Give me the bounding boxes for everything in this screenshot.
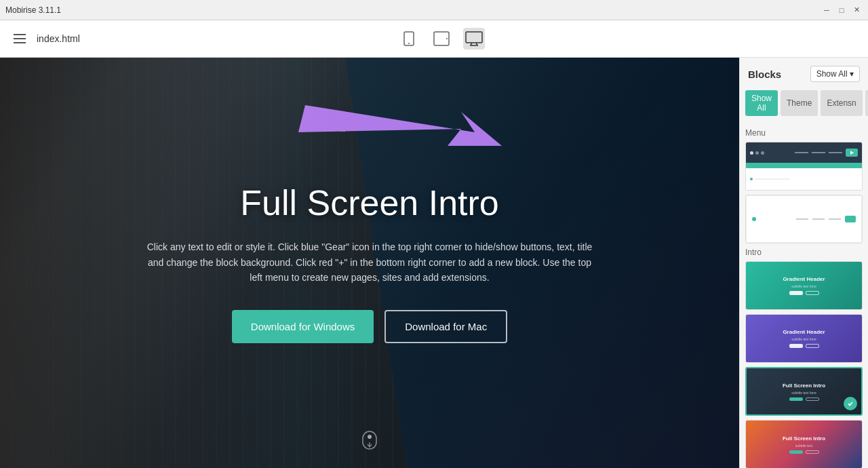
preview-title-gradient-purple: Gradient Header [783, 329, 825, 335]
sidebar-tabs: Show All Theme Extensn User [740, 87, 868, 121]
svg-point-11 [368, 435, 372, 439]
sidebar-header: Blocks Show All ▾ [740, 58, 868, 87]
phone-view-button[interactable] [398, 28, 420, 50]
preview-subtitle-gradient-teal: subtitle text here [791, 284, 816, 288]
menu-block-dark[interactable]: ▶ [745, 142, 863, 191]
tab-show-all[interactable]: Show All [745, 90, 778, 116]
intro-block-gradient-purple[interactable]: Gradient Header subtitle text here [745, 314, 863, 363]
intro-block-fullscreen-dark[interactable]: Full Screen Intro subtitle text here [745, 367, 863, 416]
hero-title[interactable]: Full Screen Intro [146, 182, 593, 223]
menu-dark-preview: ▶ [746, 142, 862, 190]
hamburger-menu-button[interactable] [11, 31, 28, 46]
title-bar-controls[interactable]: ─ □ ✕ [821, 4, 863, 16]
tab-extensn[interactable]: Extensn [821, 90, 862, 116]
title-bar: Mobirise 3.11.1 ─ □ ✕ [0, 0, 868, 20]
hero-description[interactable]: Click any text to edit or style it. Clic… [146, 239, 593, 285]
device-switcher [398, 28, 485, 50]
svg-rect-4 [466, 32, 482, 43]
close-button[interactable]: ✕ [850, 4, 863, 16]
section-label-menu: Menu [745, 128, 863, 138]
hero-buttons: Download for Windows Download for Mac [146, 310, 593, 343]
svg-point-3 [446, 38, 448, 39]
app-name: Mobirise 3.11.1 [5, 5, 61, 15]
tab-user[interactable]: User [865, 90, 868, 116]
menu-block-light[interactable] [745, 195, 863, 243]
section-label-intro: Intro [745, 248, 863, 257]
download-windows-button[interactable]: Download for Windows [232, 310, 374, 343]
gradient-teal-preview: Gradient Header subtitle text here [746, 262, 862, 309]
tablet-view-button[interactable] [431, 28, 452, 50]
preview-title-fullscreen-dark: Full Screen Intro [783, 383, 825, 389]
minimize-button[interactable]: ─ [821, 4, 833, 16]
preview-subtitle-fullscreen-sunset: subtitle text [795, 444, 812, 448]
intro-block-gradient-teal[interactable]: Gradient Header subtitle text here [745, 261, 863, 310]
toolbar: index.html [0, 20, 868, 58]
right-sidebar: Blocks Show All ▾ Show All Theme Extensn… [739, 58, 868, 468]
title-bar-left: Mobirise 3.11.1 [5, 5, 61, 15]
sidebar-title: Blocks [748, 69, 781, 80]
hero-section: Full Screen Intro Click any text to edit… [0, 58, 739, 468]
tab-theme[interactable]: Theme [781, 90, 818, 116]
menu-light-preview [746, 195, 862, 243]
preview-title-gradient-teal: Gradient Header [783, 276, 825, 282]
main-content: Full Screen Intro Click any text to edit… [0, 58, 868, 468]
fullscreen-dark-preview: Full Screen Intro subtitle text here [747, 368, 861, 414]
preview-title-fullscreen-sunset: Full Screen Intro [783, 435, 825, 442]
file-name: index.html [37, 33, 80, 44]
desktop-view-button[interactable] [463, 28, 485, 50]
intro-block-fullscreen-sunset[interactable]: Full Screen Intro subtitle text [745, 420, 863, 468]
toolbar-left: index.html [11, 31, 80, 46]
canvas-area: Full Screen Intro Click any text to edit… [0, 58, 739, 468]
maximize-button[interactable]: □ [835, 4, 848, 16]
fullscreen-sunset-preview: Full Screen Intro subtitle text [746, 421, 862, 468]
sidebar-scroll-area[interactable]: Menu [740, 121, 868, 468]
hero-content: Full Screen Intro Click any text to edit… [132, 182, 607, 343]
selected-check-icon[interactable] [844, 397, 857, 410]
download-mac-button[interactable]: Download for Mac [384, 310, 507, 343]
preview-subtitle-gradient-purple: subtitle text here [791, 337, 816, 341]
hamburger-line-2 [14, 38, 26, 39]
gradient-purple-preview: Gradient Header subtitle text here [746, 315, 862, 362]
show-all-dropdown-button[interactable]: Show All ▾ [810, 66, 860, 82]
svg-point-1 [408, 43, 410, 44]
preview-subtitle-fullscreen-dark: subtitle text here [791, 391, 816, 395]
scroll-indicator [361, 430, 378, 454]
hamburger-line-3 [14, 42, 26, 43]
hamburger-line-1 [14, 34, 26, 35]
